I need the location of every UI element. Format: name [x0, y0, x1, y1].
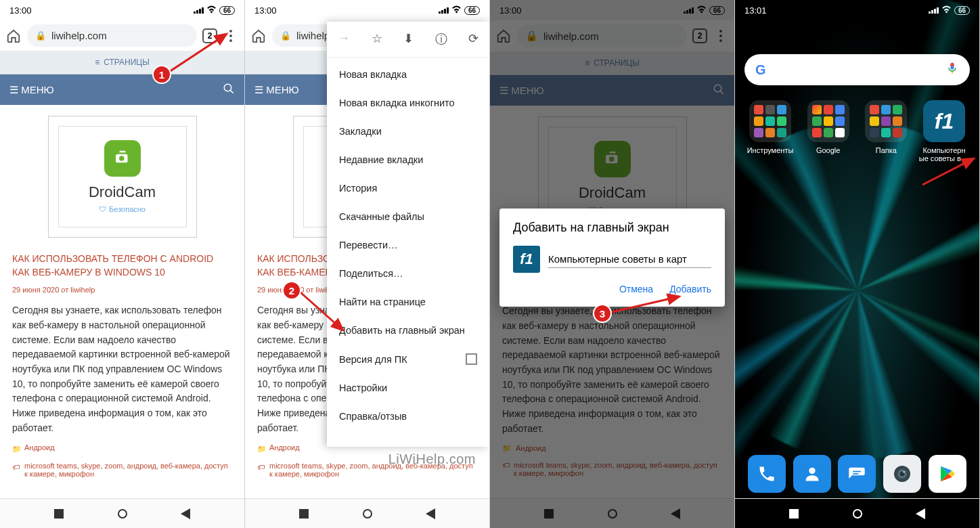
shield-icon: 🛡: [99, 205, 106, 213]
nav-bar: [245, 498, 489, 528]
dock: [735, 449, 979, 498]
status-bar: 13:00 66: [245, 0, 489, 20]
camera-app-icon[interactable]: [883, 455, 921, 493]
menu-help[interactable]: Справка/отзыв: [327, 402, 489, 431]
nav-bar: [0, 498, 244, 528]
droidcam-icon: [104, 140, 141, 177]
reload-icon[interactable]: ⟳: [468, 31, 478, 47]
wifi-icon: [451, 5, 462, 16]
menu-recent-tabs[interactable]: Недавние вкладки: [327, 146, 489, 174]
panel-4: 13:01 66 G Инструменты Google Папка f1 К…: [735, 0, 980, 528]
contacts-app-icon[interactable]: [793, 455, 831, 493]
menu-desktop-site[interactable]: Версия для ПК: [327, 345, 489, 374]
menu-translate[interactable]: Перевести…: [327, 231, 489, 259]
forward-icon[interactable]: →: [338, 31, 350, 47]
lock-icon: 🔒: [35, 30, 46, 41]
url-text: liwihelp.com: [51, 30, 107, 41]
arrow-1: [162, 27, 237, 78]
nav-recent-icon[interactable]: [54, 509, 64, 519]
status-bar: 13:00 66: [0, 0, 244, 20]
nav-home-icon[interactable]: [118, 509, 127, 519]
battery-icon: 66: [464, 6, 480, 15]
menu-share[interactable]: Поделиться…: [327, 259, 489, 288]
menu-settings[interactable]: Настройки: [327, 374, 489, 402]
svg-rect-15: [952, 72, 953, 74]
search-icon[interactable]: [223, 83, 235, 97]
google-search-widget[interactable]: G: [744, 54, 970, 85]
download-icon[interactable]: ⬇: [403, 31, 414, 47]
site-icon: f1: [513, 246, 540, 273]
svg-line-16: [922, 158, 974, 185]
svg-point-23: [904, 471, 906, 473]
folder-papka[interactable]: Папка: [860, 100, 912, 162]
checkbox-icon[interactable]: [466, 353, 477, 365]
star-icon[interactable]: ☆: [372, 31, 382, 47]
menu-incognito[interactable]: Новая вкладка инкогнито: [327, 89, 489, 117]
battery-icon: 66: [219, 6, 235, 15]
panel-2: 13:00 66 🔒 liwihelp.com ≡СТРАНИЦЫ ☰ МЕНЮ…: [245, 0, 490, 528]
menu-downloads[interactable]: Скачанные файлы: [327, 202, 489, 231]
messages-app-icon[interactable]: [838, 455, 876, 493]
lock-icon: 🔒: [280, 30, 291, 41]
arrow-3: [610, 288, 688, 315]
svg-point-17: [809, 468, 815, 474]
shortcut-liwihelp[interactable]: f1 Компьютерн ые советы в ...: [918, 100, 970, 162]
article-meta: 29 июня 2020 от liwihelp: [12, 286, 232, 294]
chrome-menu: → ☆ ⬇ ⓘ ⟳ Новая вкладка Новая вкладка ин…: [327, 22, 489, 447]
menu-new-tab[interactable]: Новая вкладка: [327, 60, 489, 89]
tag-icon: 🏷: [12, 463, 20, 471]
svg-line-14: [612, 296, 680, 312]
folder-icon: 📁: [12, 445, 20, 454]
site-menu-bar[interactable]: ☰ МЕНЮ: [0, 74, 244, 105]
status-time: 13:00: [9, 5, 32, 16]
svg-line-4: [165, 34, 227, 74]
tags-row[interactable]: 🏷microsoft teams, skype, zoom, андроид, …: [12, 462, 232, 478]
menu-bookmarks[interactable]: Закладки: [327, 117, 489, 146]
google-logo-icon: G: [755, 62, 766, 78]
home-icon[interactable]: [250, 28, 267, 44]
folder-google[interactable]: Google: [803, 100, 854, 162]
playstore-app-icon[interactable]: [929, 455, 966, 493]
hamburger-icon: ≡: [95, 58, 99, 67]
info-icon[interactable]: ⓘ: [435, 31, 447, 47]
step-badge-2: 2: [282, 281, 301, 300]
dialog-title: Добавить на главный экран: [513, 221, 711, 235]
category-row[interactable]: 📁Андроид: [12, 443, 232, 454]
home-icon[interactable]: [5, 28, 22, 44]
arrow-4: [921, 154, 980, 188]
folder-instruments[interactable]: Инструменты: [744, 100, 796, 162]
mic-icon[interactable]: [945, 62, 959, 78]
svg-line-1: [230, 90, 233, 93]
svg-line-9: [300, 292, 343, 330]
article-image: DroidCam 🛡Безопасно: [48, 116, 197, 238]
nav-back-icon[interactable]: [181, 508, 190, 519]
signal-icon: [194, 7, 204, 14]
article-body: Сегодня вы узнаете, как использовать тел…: [12, 303, 232, 435]
wifi-icon: [206, 5, 217, 16]
watermark: LiWiHelp.com: [388, 452, 476, 467]
shortcut-name-input[interactable]: [548, 250, 711, 268]
signal-icon: [439, 7, 449, 14]
step-badge-3: 3: [593, 304, 612, 323]
menu-history[interactable]: История: [327, 174, 489, 202]
arrow-2: [299, 290, 353, 337]
f1-icon: f1: [923, 100, 965, 142]
panel-1: 13:00 66 🔒 liwihelp.com 2 ≡ СТРАНИЦЫ ☰ М…: [0, 0, 245, 528]
panel-3: 13:00 66 🔒liwihelp.com 2 ≡СТРАНИЦЫ ☰ МЕН…: [490, 0, 735, 528]
svg-point-3: [119, 156, 125, 161]
article-title[interactable]: КАК ИСПОЛЬЗОВАТЬ ТЕЛЕФОН С ANDROID КАК В…: [12, 252, 232, 279]
svg-point-0: [224, 84, 231, 91]
phone-app-icon[interactable]: [748, 455, 786, 493]
step-badge-1: 1: [152, 65, 171, 84]
hamburger-icon: ☰: [9, 84, 21, 95]
